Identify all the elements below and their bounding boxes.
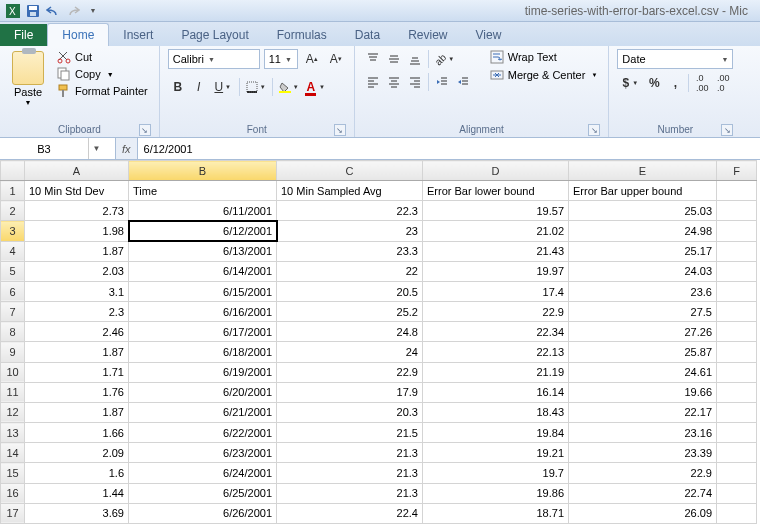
cell[interactable]: 6/25/2001 — [129, 483, 277, 503]
dialog-launcher-icon[interactable]: ↘ — [588, 124, 600, 136]
font-color-button[interactable]: A ▼ — [303, 77, 329, 97]
cell[interactable]: 19.86 — [423, 483, 569, 503]
align-center-button[interactable] — [384, 72, 404, 92]
dialog-launcher-icon[interactable]: ↘ — [721, 124, 733, 136]
row-header[interactable]: 13 — [1, 423, 25, 443]
cell[interactable]: 21.5 — [277, 423, 423, 443]
cell[interactable]: Error Bar upper bound — [569, 181, 717, 201]
cell[interactable]: 22.17 — [569, 402, 717, 422]
decrease-indent-button[interactable] — [432, 72, 452, 92]
cell[interactable]: 24.61 — [569, 362, 717, 382]
cell[interactable]: 1.87 — [25, 402, 129, 422]
format-painter-button[interactable]: Format Painter — [54, 83, 151, 99]
cell[interactable]: 27.26 — [569, 322, 717, 342]
cell[interactable]: Error Bar lower bound — [423, 181, 569, 201]
accounting-format-button[interactable]: $▼ — [617, 73, 643, 93]
increase-decimal-button[interactable]: .0.00 — [692, 73, 712, 93]
cell[interactable]: 22.4 — [277, 503, 423, 523]
name-box[interactable]: ▼ — [0, 138, 116, 159]
row-header[interactable]: 17 — [1, 503, 25, 523]
cell[interactable]: 6/19/2001 — [129, 362, 277, 382]
cell[interactable]: 22.3 — [277, 201, 423, 221]
cell[interactable]: 10 Min Std Dev — [25, 181, 129, 201]
cell[interactable]: 6/21/2001 — [129, 402, 277, 422]
cell[interactable]: 25.2 — [277, 302, 423, 322]
row-header[interactable]: 15 — [1, 463, 25, 483]
number-format-combo[interactable]: Date▼ — [617, 49, 733, 69]
cell[interactable]: 6/16/2001 — [129, 302, 277, 322]
cell[interactable]: 21.3 — [277, 463, 423, 483]
orientation-button[interactable]: ab▼ — [432, 49, 458, 69]
align-bottom-button[interactable] — [405, 49, 425, 69]
cell[interactable] — [717, 342, 757, 362]
cell[interactable]: 6/14/2001 — [129, 261, 277, 281]
cell[interactable]: 22 — [277, 261, 423, 281]
save-icon[interactable] — [24, 2, 42, 20]
cell[interactable]: 3.1 — [25, 281, 129, 301]
decrease-decimal-button[interactable]: .00.0 — [713, 73, 733, 93]
cell[interactable] — [717, 201, 757, 221]
spreadsheet-grid[interactable]: ABCDEF110 Min Std DevTime10 Min Sampled … — [0, 160, 760, 524]
cell[interactable] — [717, 362, 757, 382]
cell[interactable]: 18.71 — [423, 503, 569, 523]
cell[interactable]: 2.46 — [25, 322, 129, 342]
cell[interactable]: 21.19 — [423, 362, 569, 382]
percent-button[interactable]: % — [644, 73, 664, 93]
row-header[interactable]: 1 — [1, 181, 25, 201]
cell[interactable]: 1.87 — [25, 342, 129, 362]
cell[interactable]: 1.87 — [25, 241, 129, 261]
tab-page-layout[interactable]: Page Layout — [167, 24, 262, 46]
row-header[interactable]: 12 — [1, 402, 25, 422]
font-size-combo[interactable]: 11▼ — [264, 49, 298, 69]
cell[interactable]: 1.71 — [25, 362, 129, 382]
cell[interactable]: 20.5 — [277, 281, 423, 301]
cell[interactable] — [717, 221, 757, 241]
cell[interactable] — [717, 402, 757, 422]
cell[interactable]: 27.5 — [569, 302, 717, 322]
redo-icon[interactable] — [64, 2, 82, 20]
align-right-button[interactable] — [405, 72, 425, 92]
cell[interactable]: 2.03 — [25, 261, 129, 281]
row-header[interactable]: 7 — [1, 302, 25, 322]
cell[interactable]: 6/26/2001 — [129, 503, 277, 523]
column-header[interactable]: A — [25, 161, 129, 181]
tab-home[interactable]: Home — [47, 23, 109, 46]
tab-review[interactable]: Review — [394, 24, 461, 46]
cell[interactable]: 6/24/2001 — [129, 463, 277, 483]
column-header[interactable]: C — [277, 161, 423, 181]
cell[interactable]: 19.66 — [569, 382, 717, 402]
dialog-launcher-icon[interactable]: ↘ — [334, 124, 346, 136]
cell[interactable] — [717, 281, 757, 301]
cell[interactable]: 25.03 — [569, 201, 717, 221]
cell[interactable]: 23.3 — [277, 241, 423, 261]
cell[interactable] — [717, 261, 757, 281]
cell[interactable]: 18.43 — [423, 402, 569, 422]
cell[interactable]: 24.98 — [569, 221, 717, 241]
cell[interactable]: 17.9 — [277, 382, 423, 402]
row-header[interactable]: 9 — [1, 342, 25, 362]
merge-center-button[interactable]: Merge & Center ▼ — [487, 67, 601, 83]
fill-color-button[interactable]: ▼ — [276, 77, 302, 97]
cell[interactable]: 1.6 — [25, 463, 129, 483]
tab-view[interactable]: View — [462, 24, 516, 46]
cell[interactable] — [717, 241, 757, 261]
cell[interactable]: 21.3 — [277, 483, 423, 503]
chevron-down-icon[interactable]: ▼ — [88, 138, 104, 159]
shrink-font-button[interactable]: A▾ — [326, 49, 346, 69]
dialog-launcher-icon[interactable]: ↘ — [139, 124, 151, 136]
cell[interactable]: 25.17 — [569, 241, 717, 261]
cell[interactable]: 24.8 — [277, 322, 423, 342]
cell[interactable] — [717, 463, 757, 483]
bold-button[interactable]: B — [168, 77, 188, 97]
cell[interactable]: 24.03 — [569, 261, 717, 281]
cell[interactable]: 1.44 — [25, 483, 129, 503]
cell[interactable]: 1.76 — [25, 382, 129, 402]
underline-button[interactable]: U▼ — [210, 77, 236, 97]
cell[interactable]: 2.3 — [25, 302, 129, 322]
cell[interactable]: 20.3 — [277, 402, 423, 422]
cell[interactable]: 22.74 — [569, 483, 717, 503]
cell[interactable]: 2.73 — [25, 201, 129, 221]
cell[interactable]: 6/23/2001 — [129, 443, 277, 463]
tab-data[interactable]: Data — [341, 24, 394, 46]
cell[interactable]: 22.9 — [569, 463, 717, 483]
